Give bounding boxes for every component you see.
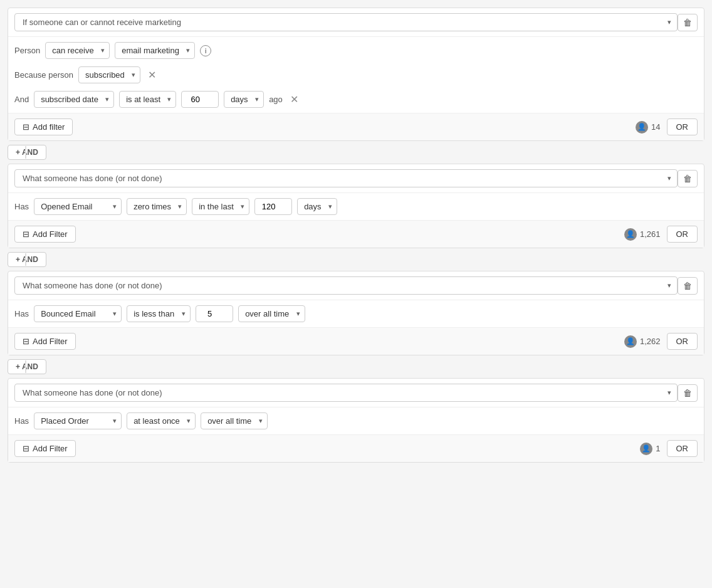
add-filter-label-2: Add Filter (33, 229, 68, 239)
times-select-3[interactable]: is less than (127, 305, 191, 322)
is-at-least-select[interactable]: is at least (119, 91, 176, 108)
condition-header-2: What someone has done (or not done) 🗑 (8, 164, 704, 193)
main-select-2[interactable]: What someone has done (or not done) (14, 169, 678, 187)
event-select-4[interactable]: Placed Order (34, 412, 122, 429)
or-button-4[interactable]: OR (667, 440, 698, 457)
and-button-label-3: + AND (16, 362, 38, 371)
days-number-input-1[interactable] (181, 91, 219, 108)
footer-right-1: 👤 14 OR (636, 118, 698, 135)
person-icon-3: 👤 (624, 335, 637, 348)
main-select-wrapper-2: What someone has done (or not done) (14, 169, 678, 187)
or-button-1[interactable]: OR (667, 118, 698, 135)
add-filter-label-3: Add Filter (33, 337, 68, 346)
marketing-type-wrapper: email marketing (115, 42, 195, 59)
main-select-3[interactable]: What someone has done (or not done) (14, 276, 678, 295)
remove-and-filter-button[interactable]: ✕ (288, 95, 301, 105)
days-unit-select-2[interactable]: days (297, 198, 337, 215)
trash-icon-3: 🗑 (683, 281, 692, 291)
condition-footer-3: ⊟ Add Filter 👤 1,262 OR (8, 327, 704, 355)
main-select-wrapper-1: If someone can or cannot receive marketi… (14, 13, 678, 31)
condition-block-2: What someone has done (or not done) 🗑 Ha… (8, 164, 704, 248)
person-label: Person (14, 46, 40, 55)
event-select-3[interactable]: Bounced Email (34, 305, 122, 322)
count-1: 14 (651, 122, 660, 132)
main-select-1[interactable]: If someone can or cannot receive marketi… (14, 13, 678, 31)
marketing-type-select[interactable]: email marketing (115, 42, 195, 59)
add-filter-button-3[interactable]: ⊟ Add Filter (14, 333, 76, 350)
subscribed-select[interactable]: subscribed (78, 66, 140, 83)
and-connector-2: + AND (8, 252, 704, 267)
or-button-2[interactable]: OR (667, 226, 698, 243)
and-label-block1: And (14, 95, 29, 104)
times-select-4[interactable]: at least once (127, 412, 196, 429)
and-connector-3: + AND (8, 359, 704, 374)
subscribed-date-wrapper: subscribed date (34, 91, 114, 108)
condition-block-1: If someone can or cannot receive marketi… (8, 8, 704, 141)
period-select-2[interactable]: in the last (192, 198, 249, 215)
condition-header-left-1: If someone can or cannot receive marketi… (14, 13, 678, 31)
days-number-input-2[interactable] (254, 198, 292, 215)
condition-block-3: What someone has done (or not done) 🗑 Ha… (8, 271, 704, 355)
subscribed-date-select[interactable]: subscribed date (34, 91, 114, 108)
count-2: 1,261 (640, 229, 661, 239)
and-filter-row: And subscribed date is at least days ago… (8, 88, 704, 113)
and-button-3[interactable]: + AND (8, 359, 46, 374)
info-icon-1[interactable]: i (200, 45, 211, 56)
person-icon-1: 👤 (636, 121, 648, 134)
times-select-2[interactable]: zero times (127, 198, 187, 215)
condition-header-3: What someone has done (or not done) 🗑 (8, 271, 704, 300)
condition-header-left-4: What someone has done (or not done) (14, 384, 678, 402)
person-icon-4: 👤 (640, 443, 652, 455)
main-select-4[interactable]: What someone has done (or not done) (14, 384, 678, 402)
and-connector-1: + AND (8, 145, 704, 160)
person-row-1: Person can receive email marketing i (8, 37, 704, 64)
remove-because-button[interactable]: ✕ (145, 70, 159, 80)
times-wrapper-3: is less than (127, 305, 191, 322)
delete-block-2-button[interactable]: 🗑 (678, 170, 698, 187)
times-wrapper-4: at least once (127, 412, 196, 429)
event-select-2[interactable]: Opened Email (34, 198, 122, 215)
trash-icon-2: 🗑 (683, 174, 692, 184)
because-label: Because person (14, 70, 73, 80)
trash-icon-4: 🗑 (683, 388, 692, 398)
condition-footer-4: ⊟ Add Filter 👤 1 OR (8, 434, 704, 462)
delete-block-1-button[interactable]: 🗑 (678, 14, 698, 31)
add-filter-button-1[interactable]: ⊟ Add filter (14, 118, 73, 135)
footer-right-4: 👤 1 OR (640, 440, 698, 457)
event-wrapper-3: Bounced Email (34, 305, 122, 322)
and-button-label-1: + AND (16, 148, 38, 157)
times-wrapper-2: zero times (127, 198, 187, 215)
filter-icon-4: ⊟ (23, 444, 29, 453)
add-filter-button-2[interactable]: ⊟ Add Filter (14, 226, 76, 243)
can-receive-select[interactable]: can receive (45, 42, 110, 59)
period-wrapper-4: over all time (201, 412, 268, 429)
number-input-3[interactable] (196, 305, 233, 322)
period-select-3[interactable]: over all time (238, 305, 305, 322)
condition-row-3: Has Bounced Email is less than over all … (8, 300, 704, 327)
condition-block-4: What someone has done (or not done) 🗑 Ha… (8, 378, 704, 463)
subscribed-wrapper: subscribed (78, 66, 140, 83)
ago-label: ago (269, 95, 283, 104)
condition-header-left-2: What someone has done (or not done) (14, 169, 678, 187)
and-button-label-2: + AND (16, 255, 38, 264)
or-button-3[interactable]: OR (667, 333, 698, 350)
event-wrapper-2: Opened Email (34, 198, 122, 215)
main-select-wrapper-3: What someone has done (or not done) (14, 276, 678, 295)
count-badge-1: 👤 14 (636, 121, 660, 134)
condition-row-4: Has Placed Order at least once over all … (8, 407, 704, 434)
add-filter-button-4[interactable]: ⊟ Add Filter (14, 440, 76, 457)
and-button-1[interactable]: + AND (8, 145, 46, 160)
and-button-2[interactable]: + AND (8, 252, 46, 267)
can-receive-wrapper: can receive (45, 42, 110, 59)
period-select-4[interactable]: over all time (201, 412, 268, 429)
filter-icon-1: ⊟ (23, 122, 29, 132)
days-unit-select-1[interactable]: days (224, 91, 264, 108)
delete-block-4-button[interactable]: 🗑 (678, 384, 698, 402)
filter-icon-2: ⊟ (23, 229, 29, 239)
delete-block-3-button[interactable]: 🗑 (678, 277, 698, 295)
has-label-3: Has (14, 309, 29, 318)
filter-icon-3: ⊟ (23, 337, 29, 346)
footer-right-3: 👤 1,262 OR (624, 333, 698, 350)
count-4: 1 (656, 444, 660, 453)
count-badge-2: 👤 1,261 (624, 228, 661, 241)
